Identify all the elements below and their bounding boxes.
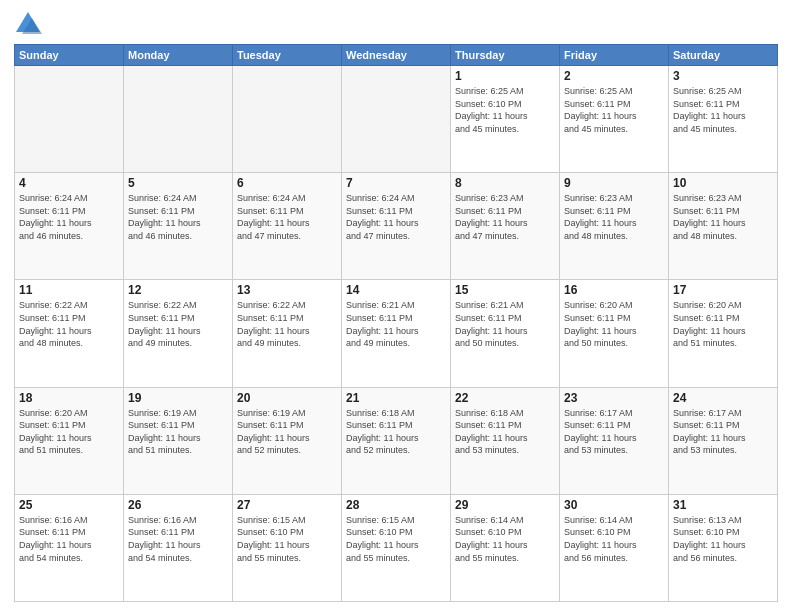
day-info: Sunrise: 6:20 AMSunset: 6:11 PMDaylight:… <box>564 299 664 349</box>
day-info: Sunrise: 6:20 AMSunset: 6:11 PMDaylight:… <box>19 407 119 457</box>
day-number: 20 <box>237 391 337 405</box>
calendar-cell: 22Sunrise: 6:18 AMSunset: 6:11 PMDayligh… <box>451 387 560 494</box>
page: SundayMondayTuesdayWednesdayThursdayFrid… <box>0 0 792 612</box>
day-number: 19 <box>128 391 228 405</box>
calendar-cell: 31Sunrise: 6:13 AMSunset: 6:10 PMDayligh… <box>669 494 778 601</box>
day-info: Sunrise: 6:13 AMSunset: 6:10 PMDaylight:… <box>673 514 773 564</box>
calendar-week-4: 18Sunrise: 6:20 AMSunset: 6:11 PMDayligh… <box>15 387 778 494</box>
weekday-header-wednesday: Wednesday <box>342 45 451 66</box>
day-info: Sunrise: 6:15 AMSunset: 6:10 PMDaylight:… <box>237 514 337 564</box>
day-info: Sunrise: 6:21 AMSunset: 6:11 PMDaylight:… <box>346 299 446 349</box>
calendar-cell: 1Sunrise: 6:25 AMSunset: 6:10 PMDaylight… <box>451 66 560 173</box>
calendar-cell: 16Sunrise: 6:20 AMSunset: 6:11 PMDayligh… <box>560 280 669 387</box>
day-number: 12 <box>128 283 228 297</box>
weekday-header-sunday: Sunday <box>15 45 124 66</box>
day-info: Sunrise: 6:15 AMSunset: 6:10 PMDaylight:… <box>346 514 446 564</box>
day-number: 3 <box>673 69 773 83</box>
calendar-cell: 30Sunrise: 6:14 AMSunset: 6:10 PMDayligh… <box>560 494 669 601</box>
day-info: Sunrise: 6:23 AMSunset: 6:11 PMDaylight:… <box>673 192 773 242</box>
weekday-header-monday: Monday <box>124 45 233 66</box>
day-info: Sunrise: 6:16 AMSunset: 6:11 PMDaylight:… <box>128 514 228 564</box>
day-info: Sunrise: 6:25 AMSunset: 6:10 PMDaylight:… <box>455 85 555 135</box>
calendar-cell: 18Sunrise: 6:20 AMSunset: 6:11 PMDayligh… <box>15 387 124 494</box>
day-info: Sunrise: 6:21 AMSunset: 6:11 PMDaylight:… <box>455 299 555 349</box>
day-info: Sunrise: 6:24 AMSunset: 6:11 PMDaylight:… <box>237 192 337 242</box>
weekday-header-thursday: Thursday <box>451 45 560 66</box>
calendar-cell: 28Sunrise: 6:15 AMSunset: 6:10 PMDayligh… <box>342 494 451 601</box>
day-number: 8 <box>455 176 555 190</box>
day-number: 26 <box>128 498 228 512</box>
day-number: 15 <box>455 283 555 297</box>
calendar-cell: 21Sunrise: 6:18 AMSunset: 6:11 PMDayligh… <box>342 387 451 494</box>
day-info: Sunrise: 6:24 AMSunset: 6:11 PMDaylight:… <box>19 192 119 242</box>
calendar-cell <box>233 66 342 173</box>
day-number: 18 <box>19 391 119 405</box>
logo <box>14 10 46 38</box>
day-number: 10 <box>673 176 773 190</box>
calendar-cell: 26Sunrise: 6:16 AMSunset: 6:11 PMDayligh… <box>124 494 233 601</box>
calendar-cell: 8Sunrise: 6:23 AMSunset: 6:11 PMDaylight… <box>451 173 560 280</box>
calendar-cell: 4Sunrise: 6:24 AMSunset: 6:11 PMDaylight… <box>15 173 124 280</box>
calendar-cell: 3Sunrise: 6:25 AMSunset: 6:11 PMDaylight… <box>669 66 778 173</box>
day-number: 17 <box>673 283 773 297</box>
header <box>14 10 778 38</box>
day-number: 2 <box>564 69 664 83</box>
day-number: 11 <box>19 283 119 297</box>
calendar-cell <box>342 66 451 173</box>
day-number: 16 <box>564 283 664 297</box>
calendar-cell: 24Sunrise: 6:17 AMSunset: 6:11 PMDayligh… <box>669 387 778 494</box>
day-number: 14 <box>346 283 446 297</box>
calendar-cell: 19Sunrise: 6:19 AMSunset: 6:11 PMDayligh… <box>124 387 233 494</box>
day-number: 23 <box>564 391 664 405</box>
calendar-cell: 20Sunrise: 6:19 AMSunset: 6:11 PMDayligh… <box>233 387 342 494</box>
calendar-cell: 7Sunrise: 6:24 AMSunset: 6:11 PMDaylight… <box>342 173 451 280</box>
day-info: Sunrise: 6:17 AMSunset: 6:11 PMDaylight:… <box>673 407 773 457</box>
calendar-cell: 29Sunrise: 6:14 AMSunset: 6:10 PMDayligh… <box>451 494 560 601</box>
day-number: 13 <box>237 283 337 297</box>
calendar-cell: 27Sunrise: 6:15 AMSunset: 6:10 PMDayligh… <box>233 494 342 601</box>
day-info: Sunrise: 6:18 AMSunset: 6:11 PMDaylight:… <box>455 407 555 457</box>
day-info: Sunrise: 6:17 AMSunset: 6:11 PMDaylight:… <box>564 407 664 457</box>
day-number: 24 <box>673 391 773 405</box>
day-number: 28 <box>346 498 446 512</box>
calendar-cell: 12Sunrise: 6:22 AMSunset: 6:11 PMDayligh… <box>124 280 233 387</box>
calendar-cell: 17Sunrise: 6:20 AMSunset: 6:11 PMDayligh… <box>669 280 778 387</box>
calendar-week-3: 11Sunrise: 6:22 AMSunset: 6:11 PMDayligh… <box>15 280 778 387</box>
day-number: 29 <box>455 498 555 512</box>
day-info: Sunrise: 6:16 AMSunset: 6:11 PMDaylight:… <box>19 514 119 564</box>
day-info: Sunrise: 6:22 AMSunset: 6:11 PMDaylight:… <box>237 299 337 349</box>
day-info: Sunrise: 6:24 AMSunset: 6:11 PMDaylight:… <box>346 192 446 242</box>
day-info: Sunrise: 6:24 AMSunset: 6:11 PMDaylight:… <box>128 192 228 242</box>
day-number: 22 <box>455 391 555 405</box>
weekday-header-row: SundayMondayTuesdayWednesdayThursdayFrid… <box>15 45 778 66</box>
calendar-cell: 5Sunrise: 6:24 AMSunset: 6:11 PMDaylight… <box>124 173 233 280</box>
logo-icon <box>14 10 42 38</box>
calendar-cell: 13Sunrise: 6:22 AMSunset: 6:11 PMDayligh… <box>233 280 342 387</box>
weekday-header-saturday: Saturday <box>669 45 778 66</box>
calendar-cell: 25Sunrise: 6:16 AMSunset: 6:11 PMDayligh… <box>15 494 124 601</box>
calendar-cell: 11Sunrise: 6:22 AMSunset: 6:11 PMDayligh… <box>15 280 124 387</box>
calendar-cell <box>124 66 233 173</box>
calendar-cell: 14Sunrise: 6:21 AMSunset: 6:11 PMDayligh… <box>342 280 451 387</box>
calendar-week-5: 25Sunrise: 6:16 AMSunset: 6:11 PMDayligh… <box>15 494 778 601</box>
day-number: 1 <box>455 69 555 83</box>
day-number: 4 <box>19 176 119 190</box>
day-number: 30 <box>564 498 664 512</box>
calendar-week-2: 4Sunrise: 6:24 AMSunset: 6:11 PMDaylight… <box>15 173 778 280</box>
day-info: Sunrise: 6:23 AMSunset: 6:11 PMDaylight:… <box>455 192 555 242</box>
day-number: 5 <box>128 176 228 190</box>
weekday-header-tuesday: Tuesday <box>233 45 342 66</box>
calendar-week-1: 1Sunrise: 6:25 AMSunset: 6:10 PMDaylight… <box>15 66 778 173</box>
calendar-cell: 23Sunrise: 6:17 AMSunset: 6:11 PMDayligh… <box>560 387 669 494</box>
day-info: Sunrise: 6:14 AMSunset: 6:10 PMDaylight:… <box>564 514 664 564</box>
day-info: Sunrise: 6:19 AMSunset: 6:11 PMDaylight:… <box>237 407 337 457</box>
day-info: Sunrise: 6:25 AMSunset: 6:11 PMDaylight:… <box>564 85 664 135</box>
day-info: Sunrise: 6:19 AMSunset: 6:11 PMDaylight:… <box>128 407 228 457</box>
day-info: Sunrise: 6:14 AMSunset: 6:10 PMDaylight:… <box>455 514 555 564</box>
day-info: Sunrise: 6:23 AMSunset: 6:11 PMDaylight:… <box>564 192 664 242</box>
day-number: 31 <box>673 498 773 512</box>
calendar-cell: 15Sunrise: 6:21 AMSunset: 6:11 PMDayligh… <box>451 280 560 387</box>
calendar-cell: 6Sunrise: 6:24 AMSunset: 6:11 PMDaylight… <box>233 173 342 280</box>
calendar-cell: 2Sunrise: 6:25 AMSunset: 6:11 PMDaylight… <box>560 66 669 173</box>
weekday-header-friday: Friday <box>560 45 669 66</box>
